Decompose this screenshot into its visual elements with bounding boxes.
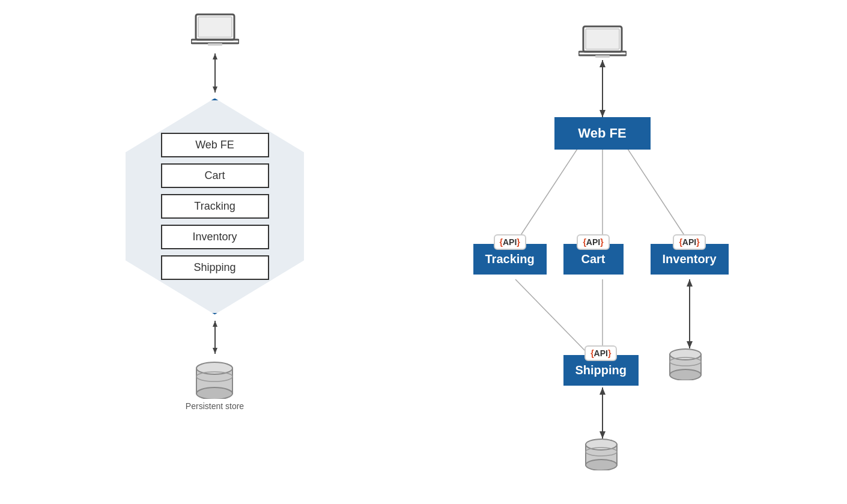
svg-marker-23 (687, 279, 693, 287)
svg-rect-2 (191, 40, 239, 43)
service-box-webfe: Web FE (161, 133, 269, 157)
cart-api-badge: {API} (577, 234, 609, 250)
svg-marker-9 (213, 348, 217, 354)
svg-marker-6 (213, 87, 217, 93)
service-box-tracking: Tracking (161, 194, 269, 219)
svg-marker-5 (213, 53, 217, 59)
inventory-service-node: {API} Inventory (651, 234, 729, 275)
service-box-shipping: Shipping (161, 255, 269, 280)
service-box-inventory: Inventory (161, 225, 269, 249)
svg-rect-31 (595, 55, 610, 58)
svg-point-37 (586, 460, 617, 470)
svg-point-33 (670, 369, 701, 380)
hexagon: Web FE Cart Tracking Inventory Shipping (116, 99, 314, 315)
laptop-icon-right (578, 24, 627, 62)
service-box-cart: Cart (161, 163, 269, 188)
main-container: Web FE Cart Tracking Inventory Shipping (0, 0, 847, 504)
left-diagram: Web FE Cart Tracking Inventory Shipping (71, 12, 359, 493)
svg-marker-16 (600, 110, 606, 117)
svg-rect-30 (578, 52, 627, 55)
hexagon-wrapper: Web FE Cart Tracking Inventory Shipping (110, 93, 320, 321)
tracking-api-badge: {API} (494, 234, 526, 250)
svg-line-17 (515, 147, 578, 243)
arrow-bi-left (209, 53, 221, 93)
tracking-service-node: {API} Tracking (473, 234, 547, 275)
persistent-store-label: Persistent store (186, 401, 244, 411)
shipping-api-badge: {API} (584, 345, 617, 361)
svg-marker-8 (213, 321, 217, 327)
svg-point-11 (196, 387, 232, 399)
db-icon-inventory (667, 347, 703, 380)
svg-marker-26 (600, 387, 606, 395)
right-diagram: Web FE {API} Tracking {API} Cart {API} I… (428, 12, 777, 493)
inventory-api-badge: {API} (673, 234, 705, 250)
svg-rect-3 (208, 43, 222, 46)
persistent-store-left: Persistent store (186, 360, 244, 411)
shipping-service-node: {API} Shipping (563, 345, 639, 386)
svg-line-20 (515, 279, 586, 351)
svg-point-12 (196, 362, 232, 374)
svg-line-19 (627, 147, 690, 243)
db-icon-shipping (583, 437, 619, 470)
laptop-icon-left (191, 12, 239, 53)
arrow-down-left (209, 321, 221, 354)
svg-rect-1 (198, 17, 232, 37)
svg-rect-29 (586, 29, 619, 49)
cart-service-node: {API} Cart (563, 234, 624, 275)
web-fe-box: Web FE (554, 117, 651, 150)
